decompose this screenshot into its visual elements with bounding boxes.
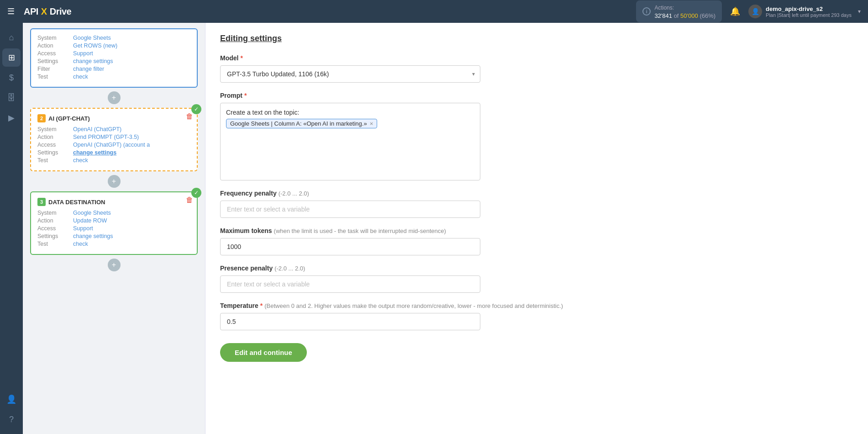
max-tokens-group: Maximum tokens (when the limit is used -… — [220, 227, 853, 255]
frequency-penalty-input[interactable] — [220, 201, 480, 218]
frequency-penalty-hint: (-2.0 ... 2.0) — [279, 190, 309, 197]
prompt-text: Create a text on the topic: — [226, 109, 474, 116]
sidenav-grid[interactable]: ⊞ — [2, 48, 21, 67]
info-icon: i — [642, 7, 651, 16]
bell-button[interactable]: 🔔 — [727, 4, 743, 19]
card1-test-label: Test — [37, 74, 69, 80]
sidenav-play[interactable]: ▶ — [2, 109, 21, 127]
card3-delete-button[interactable]: 🗑 — [186, 196, 193, 204]
actions-count: 32'841 of 50'000 (66%) — [654, 12, 715, 19]
sidenav-user[interactable]: 👤 — [2, 390, 21, 408]
card2-access-label: Access — [37, 142, 69, 148]
card2-settings-val[interactable]: change settings — [73, 149, 116, 156]
card1-action-label: Action — [37, 42, 69, 49]
card3-access-val[interactable]: Support — [73, 225, 93, 232]
model-required: * — [240, 54, 242, 62]
card2-header: 2 AI (GPT-CHAT) — [37, 114, 190, 122]
card1-action-val[interactable]: Get ROWS (new) — [73, 42, 117, 49]
edit-continue-button[interactable]: Edit and continue — [220, 343, 307, 362]
card3-test-val[interactable]: check — [73, 241, 88, 247]
max-tokens-label: Maximum tokens (when the limit is used -… — [220, 227, 853, 234]
topnav: ☰ APIXDrive i Actions: 32'841 of 50'000 … — [0, 0, 868, 23]
sidenav-help[interactable]: ? — [2, 410, 21, 429]
logo: APIXDrive — [24, 6, 71, 17]
card1-access-val[interactable]: Support — [73, 50, 93, 57]
card2-delete-button[interactable]: 🗑 — [186, 112, 193, 121]
card3-action-val[interactable]: Update ROW — [73, 217, 107, 224]
user-plan: Plan |Start| left until payment 293 days — [766, 12, 852, 18]
actions-label: Actions: — [654, 5, 674, 11]
prompt-box[interactable]: Create a text on the topic: Google Sheet… — [220, 103, 480, 180]
max-tokens-hint: (when the limit is used - the task will … — [274, 228, 446, 234]
presence-penalty-input[interactable] — [220, 275, 480, 293]
prompt-tag-text: Google Sheets | Column A: «Open AI in ma… — [230, 120, 367, 127]
card2-access-val[interactable]: OpenAI (ChatGPT) (account a — [73, 142, 150, 148]
prompt-group: Prompt * Create a text on the topic: Goo… — [220, 92, 853, 180]
card1-test-val[interactable]: check — [73, 74, 88, 80]
card-2: ✓ 🗑 2 AI (GPT-CHAT) System OpenAI (ChatG… — [30, 108, 198, 171]
model-group: Model * GPT-3.5 Turbo Updated, 1106 (16k… — [220, 54, 853, 83]
logo-drive: Drive — [50, 6, 72, 17]
temperature-group: Temperature * (Between 0 and 2. Higher v… — [220, 302, 853, 330]
flow-panel: System Google Sheets Action Get ROWS (ne… — [23, 23, 205, 434]
prompt-tag: Google Sheets | Column A: «Open AI in ma… — [226, 119, 377, 128]
user-name: demo_apix-drive_s2 — [766, 5, 852, 12]
card2-action-label: Action — [37, 134, 69, 140]
card-1: System Google Sheets Action Get ROWS (ne… — [30, 28, 198, 88]
card3-title: DATA DESTINATION — [48, 199, 105, 206]
sidenav-dollar[interactable]: $ — [2, 69, 21, 87]
card1-access-label: Access — [37, 50, 69, 57]
card1-filter-label: Filter — [37, 66, 69, 72]
logo-x: X — [41, 6, 47, 17]
presence-penalty-group: Presence penalty (-2.0 ... 2.0) — [220, 265, 853, 293]
presence-penalty-label: Presence penalty (-2.0 ... 2.0) — [220, 265, 853, 272]
user-area[interactable]: 👤 demo_apix-drive_s2 Plan |Start| left u… — [748, 5, 861, 18]
sidenav: ⌂ ⊞ $ 🗄 ▶ 👤 ? — [0, 23, 23, 434]
model-label: Model * — [220, 54, 853, 62]
actions-badge: i Actions: 32'841 of 50'000 (66%) — [636, 0, 722, 22]
card1-settings-val[interactable]: change settings — [73, 58, 113, 64]
presence-penalty-hint: (-2.0 ... 2.0) — [274, 265, 305, 272]
temperature-label: Temperature * (Between 0 and 2. Higher v… — [220, 302, 853, 309]
card-3: ✓ 🗑 3 DATA DESTINATION System Google She… — [30, 191, 198, 255]
card3-settings-val[interactable]: change settings — [73, 233, 113, 239]
max-tokens-input[interactable] — [220, 238, 480, 255]
edit-title: Editing settings — [220, 34, 853, 43]
card2-test-val[interactable]: check — [73, 157, 88, 164]
prompt-tag-close[interactable]: × — [370, 120, 374, 127]
card2-test-label: Test — [37, 157, 69, 164]
frequency-penalty-label: Frequency penalty (-2.0 ... 2.0) — [220, 190, 853, 197]
card3-settings-label: Settings — [37, 233, 69, 239]
card1-system-label: System — [37, 35, 69, 41]
card2-num: 2 — [37, 114, 46, 122]
hamburger-icon[interactable]: ☰ — [7, 6, 15, 16]
card3-header: 3 DATA DESTINATION — [37, 198, 190, 206]
model-select[interactable]: GPT-3.5 Turbo Updated, 1106 (16k) GPT-4 … — [220, 65, 480, 83]
add-btn-3[interactable]: + — [108, 259, 121, 271]
sidenav-home[interactable]: ⌂ — [2, 28, 21, 47]
prompt-required: * — [244, 92, 247, 99]
main-layout: ⌂ ⊞ $ 🗄 ▶ 👤 ? System Google Sheets Actio… — [0, 23, 868, 434]
frequency-penalty-group: Frequency penalty (-2.0 ... 2.0) — [220, 190, 853, 218]
card2-action-val[interactable]: Send PROMPT (GPT-3.5) — [73, 134, 139, 140]
chevron-down-icon: ▾ — [858, 8, 861, 15]
card3-action-label: Action — [37, 217, 69, 224]
card3-system-val[interactable]: Google Sheets — [73, 210, 111, 216]
add-btn-1[interactable]: + — [108, 91, 121, 104]
edit-panel: Editing settings Model * GPT-3.5 Turbo U… — [205, 23, 868, 434]
card3-system-label: System — [37, 210, 69, 216]
temperature-hint: (Between 0 and 2. Higher values make the… — [264, 302, 563, 309]
avatar: 👤 — [748, 5, 762, 18]
card1-system-val[interactable]: Google Sheets — [73, 35, 111, 41]
card2-system-val[interactable]: OpenAI (ChatGPT) — [73, 126, 121, 132]
temperature-input[interactable] — [220, 313, 480, 330]
card1-filter-val[interactable]: change filter — [73, 66, 104, 72]
logo-api: API — [24, 6, 38, 17]
temperature-required: * — [260, 302, 263, 309]
user-info: demo_apix-drive_s2 Plan |Start| left unt… — [766, 5, 852, 18]
card1-settings-label: Settings — [37, 58, 69, 64]
sidenav-storage[interactable]: 🗄 — [2, 89, 21, 107]
card2-settings-label: Settings — [37, 149, 69, 156]
card2-system-label: System — [37, 126, 69, 132]
add-btn-2[interactable]: + — [108, 175, 121, 188]
